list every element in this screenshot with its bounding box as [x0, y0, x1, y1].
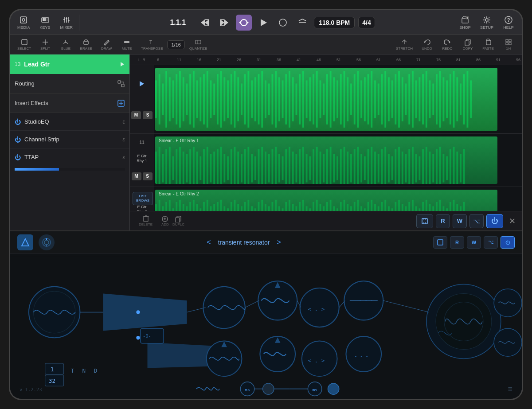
- effect-edit-ttap[interactable]: ε: [122, 154, 125, 160]
- loop-button[interactable]: [236, 15, 252, 31]
- erase-tool[interactable]: ERASE: [76, 37, 96, 53]
- branch-btn[interactable]: ⌥: [469, 214, 484, 228]
- plugin-prev-btn[interactable]: <: [207, 238, 211, 246]
- mute-tool[interactable]: MUTE: [117, 37, 137, 53]
- svg-rect-197: [289, 147, 290, 184]
- grid-btn[interactable]: 1/4: [499, 37, 518, 53]
- svg-rect-199: [296, 154, 297, 182]
- svg-marker-56: [121, 62, 124, 66]
- svg-line-26: [299, 19, 302, 21]
- track-13-mute-btn[interactable]: M: [131, 111, 141, 119]
- select-tool[interactable]: SELECT: [14, 37, 35, 53]
- svg-point-30: [485, 19, 488, 21]
- plugin-power-btn[interactable]: ⏻: [501, 236, 515, 249]
- routing-section[interactable]: Routing: [10, 74, 129, 93]
- help-button[interactable]: ? HELP: [499, 14, 518, 31]
- position-display[interactable]: 1.1.1: [162, 19, 193, 27]
- plugin-next-btn[interactable]: >: [277, 238, 281, 246]
- svg-rect-188: [258, 149, 260, 184]
- svg-rect-172: [203, 149, 205, 184]
- track-12-clip[interactable]: Smear - E Gtr Rhy 2: [155, 190, 497, 211]
- w-automation-btn[interactable]: W: [453, 214, 467, 228]
- draw-tool[interactable]: DRAW: [97, 37, 116, 53]
- svg-rect-288: [289, 200, 290, 211]
- svg-marker-17: [224, 19, 228, 26]
- effect-item-channelstrip[interactable]: ⏻ Channel Strip ε: [10, 131, 129, 148]
- copy-tool[interactable]: COPY: [458, 37, 477, 53]
- svg-rect-150: [446, 80, 448, 118]
- effect-edit-studioeq[interactable]: ε: [122, 118, 125, 125]
- svg-rect-139: [408, 74, 410, 125]
- transpose-tool[interactable]: T TRANSPOSE: [137, 37, 166, 53]
- svg-rect-249: [155, 204, 157, 211]
- effect-edit-channelstrip[interactable]: ε: [122, 136, 125, 143]
- quantize-display[interactable]: 1/16: [167, 40, 184, 49]
- track-header[interactable]: 13 Lead Gtr: [10, 55, 129, 74]
- paste-tool[interactable]: PASTE: [478, 37, 498, 53]
- track-12-content[interactable]: Smear - E Gtr Rhy 2: [154, 187, 522, 211]
- svg-rect-294: [309, 208, 311, 211]
- forward-button[interactable]: [216, 15, 232, 31]
- plugin-branch-btn[interactable]: ⌥: [484, 236, 498, 249]
- shop-button[interactable]: 9 SHOP: [455, 14, 475, 31]
- svg-rect-320: [398, 200, 400, 211]
- effect-power-studioeq[interactable]: ⏻: [15, 118, 21, 125]
- track-11-mute-btn[interactable]: M: [132, 172, 141, 180]
- delete-btn[interactable]: DELETE: [139, 215, 153, 226]
- quantize-tool[interactable]: QUANTIZE: [186, 37, 211, 53]
- split-tool[interactable]: SPLIT: [35, 37, 55, 53]
- plugin-r-btn[interactable]: R: [450, 236, 464, 249]
- stop-button[interactable]: [275, 15, 291, 31]
- plugin-frame-btn[interactable]: [433, 236, 447, 249]
- svg-rect-242: [442, 154, 444, 182]
- delete-control: DELETE: [133, 215, 158, 226]
- svg-rect-143: [422, 74, 424, 125]
- rewind-button[interactable]: [197, 15, 213, 31]
- plugin-w-btn[interactable]: W: [467, 236, 481, 249]
- track-13-content[interactable]: [154, 65, 522, 133]
- svg-rect-239: [432, 154, 434, 182]
- close-btn[interactable]: ✕: [506, 215, 518, 227]
- list-browse-btn[interactable]: LISTBROWS: [133, 192, 153, 205]
- arrow-right-icon: [138, 80, 146, 88]
- time-sig-display[interactable]: 4/4: [358, 17, 375, 28]
- bpm-display[interactable]: 118.0 BPM: [314, 17, 355, 28]
- media-button[interactable]: MEDIA: [14, 14, 34, 31]
- add-btn[interactable]: ADD: [161, 215, 169, 226]
- r-automation-btn[interactable]: R: [436, 214, 450, 228]
- track-11-content[interactable]: Smear - E Gtr Rhy 1: [154, 134, 522, 187]
- svg-rect-98: [268, 84, 270, 115]
- svg-text:ms: ms: [245, 387, 250, 392]
- track-11-solo-btn[interactable]: S: [143, 172, 153, 180]
- track-11-clip[interactable]: Smear - E Gtr Rhy 1: [155, 136, 497, 184]
- track-13-clip[interactable]: [155, 68, 497, 131]
- effect-power-channelstrip[interactable]: ⏻: [15, 136, 21, 143]
- redo-tool[interactable]: REDO: [438, 37, 457, 53]
- track-ctrl-header: L R: [130, 55, 154, 65]
- svg-rect-96: [261, 71, 263, 128]
- play-button[interactable]: [255, 15, 271, 31]
- svg-rect-194: [278, 154, 280, 182]
- effect-item-studioeq[interactable]: ⏻ StudioEQ ε: [10, 113, 129, 131]
- effect-item-ttap[interactable]: ⏻ TTAP ε: [10, 148, 129, 166]
- svg-rect-218: [360, 154, 362, 182]
- duplc-btn[interactable]: DUPLC: [172, 215, 184, 226]
- effect-power-ttap[interactable]: ⏻: [15, 154, 21, 161]
- svg-rect-167: [186, 154, 188, 182]
- frame-btn[interactable]: [416, 214, 433, 228]
- stretch-tool[interactable]: STRETCH: [392, 37, 416, 53]
- mixer-button[interactable]: MIXER: [57, 14, 77, 31]
- undo-tool[interactable]: UNDO: [417, 37, 437, 53]
- svg-rect-153: [456, 77, 458, 121]
- ruler-mark: 31: [256, 58, 276, 62]
- insert-effects-section[interactable]: Insert Effects: [10, 93, 129, 113]
- power-btn[interactable]: ⏻: [486, 214, 503, 228]
- glue-tool[interactable]: GLUE: [56, 37, 75, 53]
- keys-button[interactable]: KEYS: [35, 14, 55, 31]
- transport-center: 1.1.1 118.0 BPM 4/4: [82, 15, 455, 31]
- setup-button[interactable]: SETUP: [477, 14, 497, 31]
- record-button[interactable]: [294, 15, 310, 31]
- svg-rect-338: [460, 206, 462, 211]
- svg-rect-261: [196, 204, 198, 211]
- track-13-solo-btn[interactable]: S: [143, 111, 153, 119]
